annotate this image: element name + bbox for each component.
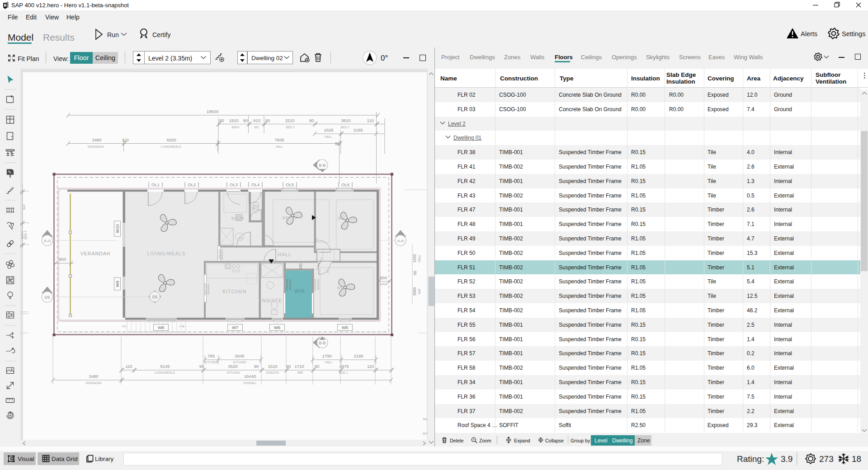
svg-text:785: 785 [208,353,215,358]
svg-text:L'VING/MEALS: L'VING/MEALS [161,145,181,148]
svg-text:HALL: HALL [418,254,421,262]
svg-text:820: 820 [326,269,329,273]
svg-text:5145: 5145 [160,364,170,369]
svg-text:INT: INT [423,432,428,435]
svg-text:3210: 3210 [285,118,294,123]
svg-text:910: 910 [253,118,260,123]
svg-text:820: 820 [316,238,318,242]
svg-text:90: 90 [286,364,291,369]
svg-text:HALL: HALL [325,361,333,364]
svg-text:ENSUITE: ENSUITE [259,298,283,303]
svg-text:KITCHEN: KITCHEN [222,289,246,294]
svg-text:W6: W6 [274,325,280,330]
svg-text:BED 3: BED 3 [24,230,27,239]
svg-text:LIVING/MEALS: LIVING/MEALS [147,251,186,256]
svg-text:OPENING: OPENING [317,279,320,290]
svg-text:W5: W5 [342,325,348,330]
svg-text:A-A: A-A [397,239,404,243]
svg-text:BATH: BATH [231,216,245,221]
svg-text:RA: RA [423,418,427,421]
svg-text:2645: 2645 [235,353,244,358]
svg-text:OL2: OL2 [188,182,196,187]
svg-text:OL3: OL3 [230,182,238,187]
svg-text:W7: W7 [232,325,238,330]
svg-text:ENSUITE: ENSUITE [266,371,279,374]
svg-text:W10: W10 [115,224,120,233]
svg-text:16440: 16440 [244,374,256,379]
svg-text:90: 90 [413,271,417,275]
svg-text:KITCHEN: KITCHEN [205,361,218,364]
svg-text:VERANDAH: VERANDAH [85,381,102,385]
svg-text:B-B: B-B [319,341,326,345]
svg-text:820: 820 [262,235,264,239]
svg-text:VERANDAH: VERANDAH [80,251,110,256]
svg-text:1710: 1710 [294,364,304,369]
svg-text:900: 900 [380,275,387,280]
svg-text:OL1: OL1 [151,182,160,187]
svg-text:3480: 3480 [92,137,101,142]
svg-text:1790: 1790 [322,353,331,358]
svg-text:90: 90 [243,118,248,123]
svg-text:W8: W8 [158,325,164,330]
svg-text:D5: D5 [152,295,158,299]
svg-text:W/C: W/C [23,204,26,210]
svg-text:1625: 1625 [324,127,333,132]
svg-text:HALL: HALL [325,135,332,138]
svg-text:90: 90 [309,118,314,123]
svg-text:EAVE: EAVE [380,282,388,286]
svg-text:OVERALL: OVERALL [243,381,257,385]
svg-text:BED 3: BED 3 [286,126,295,129]
svg-text:90: 90 [265,118,270,123]
svg-text:90: 90 [315,364,320,369]
svg-text:2400X2200: 2400X2200 [204,283,207,296]
svg-text:820: 820 [239,237,243,240]
svg-text:2100X1000: 2100X1000 [314,279,316,291]
svg-text:WIR: WIR [297,371,303,374]
svg-text:OPENING: OPENING [221,249,223,260]
svg-text:LIVING/MEALS: LIVING/MEALS [154,371,175,374]
svg-text:7835: 7835 [274,137,284,142]
svg-text:OL5: OL5 [286,182,294,187]
svg-text:110: 110 [367,364,374,369]
svg-text:1910: 1910 [229,118,238,123]
svg-text:KITCHEN: KITCHEN [233,361,246,364]
svg-text:560: 560 [298,263,303,270]
svg-text:2185: 2185 [354,353,363,358]
svg-text:6020: 6020 [166,137,176,142]
svg-text:19920: 19920 [207,109,218,114]
svg-text:BED 2: BED 2 [341,126,349,129]
svg-text:VERANDAH: VERANDAH [87,145,104,148]
svg-text:HALL: HALL [278,252,292,257]
svg-text:3810: 3810 [341,118,350,123]
svg-text:KITCHEN: KITCHEN [227,371,240,374]
svg-text:OPENING: OPENING [289,279,292,290]
svg-text:HALL: HALL [276,145,283,148]
svg-text:2100X1000: 2100X1000 [286,279,288,291]
svg-text:OPENING: OPENING [207,284,210,295]
svg-text:1550: 1550 [412,254,417,263]
svg-text:3520: 3520 [228,364,237,369]
svg-text:90: 90 [254,364,259,369]
svg-text:1510: 1510 [268,364,277,369]
svg-text:BATH: BATH [232,126,240,129]
svg-text:900: 900 [59,257,66,262]
svg-text:3975: 3975 [339,364,349,369]
svg-text:A-A: A-A [44,239,51,243]
svg-text:WC: WC [252,206,260,211]
svg-text:WC: WC [255,126,259,129]
svg-text:OL4: OL4 [251,182,259,187]
svg-text:3480: 3480 [89,374,98,379]
svg-text:3000: 3000 [412,287,417,296]
svg-text:90: 90 [199,364,204,369]
svg-text:OL6: OL6 [341,182,349,187]
svg-text:2185: 2185 [353,127,363,132]
svg-text:WIR: WIR [294,288,305,294]
svg-text:D5: D5 [45,295,50,300]
svg-text:B-B: B-B [319,163,326,168]
svg-text:BATH: BATH [21,231,24,239]
svg-text:WIR: WIR [418,288,421,294]
svg-text:W9: W9 [115,281,120,287]
svg-text:110: 110 [125,364,132,369]
svg-text:DN: DN [122,325,126,328]
svg-text:110: 110 [367,118,373,123]
